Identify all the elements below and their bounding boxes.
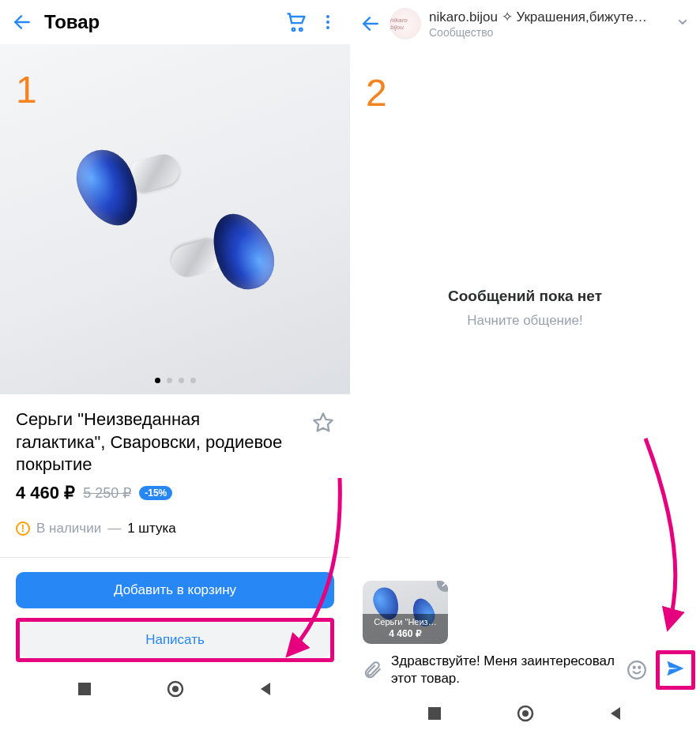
more-button[interactable] bbox=[312, 6, 344, 38]
android-navbar bbox=[0, 672, 350, 710]
page-title: Товар bbox=[44, 11, 280, 33]
circle-icon bbox=[167, 680, 184, 698]
nav-recent[interactable] bbox=[427, 706, 442, 724]
carousel-dot[interactable] bbox=[167, 378, 172, 383]
product-image-carousel[interactable]: 1 bbox=[0, 44, 350, 394]
svg-point-4 bbox=[326, 21, 329, 24]
write-button[interactable]: Написать bbox=[20, 622, 330, 658]
triangle-left-icon bbox=[609, 706, 623, 721]
svg-marker-21 bbox=[611, 707, 620, 720]
product-title: Серьги "Неизведанная галактика", Сваровс… bbox=[16, 408, 284, 476]
carousel-dot[interactable] bbox=[190, 378, 196, 383]
cart-icon bbox=[285, 11, 307, 33]
close-icon bbox=[441, 581, 448, 588]
add-to-cart-button[interactable]: Добавить в корзину bbox=[16, 572, 334, 608]
product-attachment[interactable]: Серьги "Неиз… 4 460 ₽ bbox=[363, 581, 448, 644]
price-row: 4 460 ₽ 5 250 ₽ -15% bbox=[16, 483, 334, 503]
svg-point-2 bbox=[299, 28, 303, 32]
chat-subtitle: Сообщество bbox=[429, 26, 667, 39]
back-button[interactable] bbox=[6, 6, 38, 38]
svg-marker-6 bbox=[314, 413, 332, 431]
svg-point-5 bbox=[326, 26, 329, 29]
chat-header: nikaro bijou nikaro.bijou ✧ Украшения,би… bbox=[350, 0, 700, 47]
attachment-area: Серьги "Неиз… 4 460 ₽ bbox=[350, 568, 700, 644]
step-number: 1 bbox=[16, 68, 37, 111]
svg-rect-7 bbox=[78, 683, 91, 695]
step-number: 2 bbox=[366, 71, 387, 115]
attachment-remove-button[interactable] bbox=[437, 581, 448, 592]
send-icon bbox=[664, 657, 687, 679]
stock-qty: 1 штука bbox=[127, 521, 176, 536]
nav-back[interactable] bbox=[259, 682, 273, 699]
svg-marker-10 bbox=[261, 683, 270, 695]
arrow-left-icon bbox=[360, 13, 381, 34]
chevron-down-icon bbox=[676, 16, 689, 28]
nav-home[interactable] bbox=[167, 680, 184, 701]
back-button[interactable] bbox=[355, 8, 386, 40]
svg-point-16 bbox=[634, 667, 635, 668]
svg-point-17 bbox=[638, 667, 640, 668]
favorite-button[interactable] bbox=[312, 412, 334, 437]
send-button[interactable] bbox=[664, 657, 687, 683]
svg-point-20 bbox=[522, 710, 529, 717]
screen-chat: nikaro bijou nikaro.bijou ✧ Украшения,би… bbox=[350, 0, 700, 734]
product-info: Серьги "Неизведанная галактика", Сваровс… bbox=[0, 394, 350, 541]
chat-title-area[interactable]: nikaro.bijou ✧ Украшения,бижуте… Сообщес… bbox=[429, 9, 667, 39]
square-icon bbox=[77, 682, 92, 696]
message-input[interactable]: Здравствуйте! Меня заинтересовал этот то… bbox=[391, 653, 618, 687]
smile-icon bbox=[627, 660, 647, 680]
highlight-write: Написать bbox=[16, 618, 334, 662]
chat-menu-chevron[interactable] bbox=[670, 16, 695, 32]
svg-point-3 bbox=[326, 15, 329, 18]
stock-label: В наличии bbox=[36, 521, 101, 536]
warning-icon: ! bbox=[16, 521, 30, 536]
price: 4 460 ₽ bbox=[16, 483, 75, 503]
chat-body: 2 Сообщений пока нет Начните общение! bbox=[350, 47, 700, 568]
svg-rect-18 bbox=[428, 707, 441, 720]
discount-badge: -15% bbox=[139, 486, 172, 500]
stock-dash: — bbox=[107, 521, 121, 536]
nav-home[interactable] bbox=[517, 705, 534, 725]
empty-state-title: Сообщений пока нет bbox=[448, 288, 602, 305]
screen-product: Товар 1 Серьги "Неизведанная галактика",… bbox=[0, 0, 350, 734]
more-vertical-icon bbox=[318, 13, 337, 32]
avatar[interactable]: nikaro bijou bbox=[390, 8, 421, 40]
paperclip-icon bbox=[362, 660, 382, 680]
emoji-button[interactable] bbox=[623, 660, 651, 680]
arrow-left-icon bbox=[12, 12, 32, 32]
svg-point-15 bbox=[628, 661, 645, 679]
highlight-send bbox=[656, 650, 695, 690]
nav-back[interactable] bbox=[609, 706, 623, 724]
action-buttons: Добавить в корзину Написать bbox=[0, 558, 350, 672]
svg-point-1 bbox=[292, 28, 295, 32]
carousel-dots bbox=[0, 378, 350, 383]
compose-bar: Здравствуйте! Меня заинтересовал этот то… bbox=[350, 644, 700, 696]
triangle-left-icon bbox=[259, 682, 273, 696]
cart-button[interactable] bbox=[280, 6, 312, 38]
header: Товар bbox=[0, 0, 350, 44]
old-price: 5 250 ₽ bbox=[83, 484, 131, 502]
star-icon bbox=[312, 412, 334, 434]
nav-recent[interactable] bbox=[77, 682, 92, 699]
svg-point-9 bbox=[172, 686, 179, 692]
carousel-dot[interactable] bbox=[179, 378, 184, 383]
android-navbar bbox=[350, 696, 700, 734]
attachment-name: Серьги "Неиз… bbox=[364, 617, 446, 627]
product-photo bbox=[73, 149, 278, 291]
stock-row: ! В наличии — 1 штука bbox=[16, 521, 334, 536]
circle-icon bbox=[517, 705, 534, 722]
square-icon bbox=[427, 706, 442, 721]
attachment-price: 4 460 ₽ bbox=[364, 628, 446, 639]
attach-button[interactable] bbox=[358, 660, 386, 680]
empty-state-subtitle: Начните общение! bbox=[467, 313, 582, 329]
carousel-dot[interactable] bbox=[155, 378, 160, 383]
chat-title: nikaro.bijou ✧ Украшения,бижуте… bbox=[429, 9, 667, 25]
